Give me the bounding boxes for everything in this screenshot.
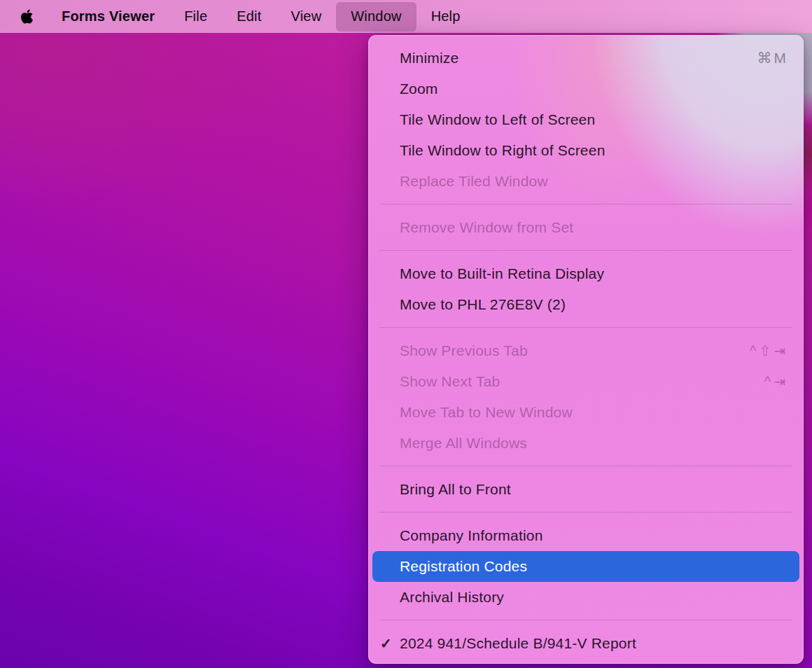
menu-item-2024-941-schedule-b-941v-report[interactable]: ✓ 2024 941/Schedule B/941-V Report: [372, 628, 799, 659]
menu-item-label: Replace Tiled Window: [400, 173, 548, 190]
menu-item-label: Show Next Tab: [400, 373, 500, 390]
menu-item-move-tab-to-new-window: Move Tab to New Window: [372, 397, 799, 428]
menu-item-label: Remove Window from Set: [400, 219, 573, 236]
menu-item-label: Tile Window to Right of Screen: [400, 142, 606, 159]
menubar: Forms Viewer File Edit View Window Help: [0, 0, 812, 33]
menu-separator: [379, 466, 792, 466]
menubar-item-help[interactable]: Help: [416, 2, 475, 32]
menu-item-archival-history[interactable]: Archival History: [372, 582, 799, 613]
menu-item-label: Move to PHL 276E8V (2): [400, 296, 566, 313]
menu-item-label: 2024 941/Schedule B/941-V Report: [400, 635, 636, 652]
menu-separator: [379, 250, 792, 251]
menu-item-label: Registration Codes: [400, 558, 527, 575]
menu-item-label: Archival History: [400, 589, 504, 606]
apple-menu[interactable]: [7, 2, 47, 32]
menu-item-tile-window-left[interactable]: Tile Window to Left of Screen: [372, 104, 799, 135]
menu-item-label: Company Information: [400, 527, 543, 544]
menu-item-label: Bring All to Front: [400, 481, 511, 498]
menu-item-merge-all-windows: Merge All Windows: [372, 428, 799, 459]
menu-item-label: Merge All Windows: [400, 435, 527, 452]
menu-separator: [379, 204, 792, 204]
menu-item-label: Tile Window to Left of Screen: [400, 111, 595, 128]
menubar-item-edit[interactable]: Edit: [222, 2, 276, 32]
menu-item-move-to-builtin-retina-display[interactable]: Move to Built-in Retina Display: [372, 258, 799, 289]
menu-separator: [379, 512, 792, 513]
menubar-item-file[interactable]: File: [169, 2, 222, 32]
menu-item-registration-codes[interactable]: Registration Codes: [372, 551, 799, 582]
menu-item-show-next-tab: Show Next Tab ^⇥: [372, 366, 799, 397]
shortcut-ctrl-shift-tab: ^⇧⇥: [750, 342, 788, 359]
menu-item-company-information[interactable]: Company Information: [372, 520, 799, 551]
menubar-item-view[interactable]: View: [276, 2, 337, 32]
menu-item-minimize[interactable]: Minimize ⌘M: [372, 43, 799, 74]
menu-item-replace-tiled-window: Replace Tiled Window: [372, 166, 799, 197]
shortcut-ctrl-tab: ^⇥: [764, 373, 788, 390]
menu-item-tile-window-right[interactable]: Tile Window to Right of Screen: [372, 135, 799, 166]
menu-item-label: Move Tab to New Window: [400, 404, 573, 421]
menu-item-zoom[interactable]: Zoom: [372, 74, 799, 104]
menu-separator: [379, 327, 792, 328]
shortcut-cmd-m: ⌘M: [757, 50, 789, 67]
menu-item-move-to-phl-276e8v[interactable]: Move to PHL 276E8V (2): [372, 289, 799, 320]
window-dropdown-menu: Minimize ⌘M Zoom Tile Window to Left of …: [368, 35, 804, 664]
app-menu-title[interactable]: Forms Viewer: [47, 2, 169, 32]
menu-item-show-previous-tab: Show Previous Tab ^⇧⇥: [372, 335, 799, 366]
checkmark-icon: ✓: [380, 635, 392, 652]
menu-item-remove-window-from-set: Remove Window from Set: [372, 212, 799, 243]
menu-item-label: Show Previous Tab: [400, 342, 528, 359]
apple-icon: [20, 8, 34, 25]
menu-separator: [379, 620, 792, 620]
menu-item-label: Minimize: [400, 50, 458, 67]
menu-item-bring-all-to-front[interactable]: Bring All to Front: [372, 474, 799, 505]
menu-item-label: Zoom: [400, 81, 438, 97]
menubar-item-window[interactable]: Window: [336, 2, 416, 32]
menu-item-label: Move to Built-in Retina Display: [400, 265, 604, 282]
